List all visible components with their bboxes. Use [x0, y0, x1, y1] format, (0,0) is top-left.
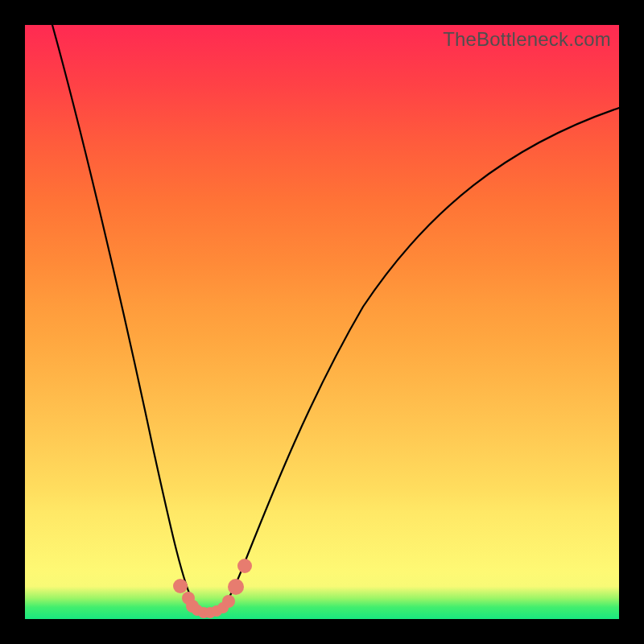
plot-area: TheBottleneck.com — [25, 25, 619, 619]
watermark-label: TheBottleneck.com — [443, 28, 611, 51]
bead — [228, 579, 244, 595]
chart-frame: TheBottleneck.com — [0, 0, 644, 644]
bead — [222, 595, 235, 608]
bead — [173, 579, 188, 593]
bottleneck-curve — [25, 25, 619, 619]
bead — [237, 559, 252, 573]
curve-path — [52, 25, 619, 614]
valley-beads — [173, 559, 252, 618]
